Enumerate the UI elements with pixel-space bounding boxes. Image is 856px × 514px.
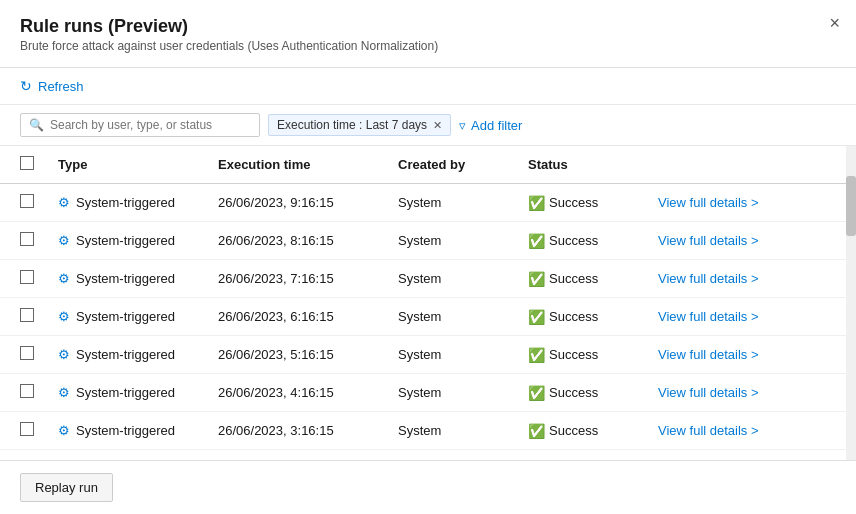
toolbar: ↻ Refresh [0,68,856,105]
row-created-by: System [382,374,512,412]
row-checkbox-cell [0,412,42,450]
row-checkbox-cell [0,222,42,260]
row-type: System-triggered [76,233,175,248]
dialog: Rule runs (Preview) Brute force attack a… [0,0,856,514]
success-icon: ✅ [528,423,545,439]
row-created-by: System [382,298,512,336]
row-action-cell: View full details > [642,298,856,336]
filter-tag-label: Execution time : Last 7 days [277,118,427,132]
gear-icon: ⚙ [58,233,70,248]
row-status: ✅ Success [512,260,642,298]
row-checkbox-1[interactable] [20,232,34,246]
refresh-button[interactable]: ↻ Refresh [20,78,84,94]
dialog-header: Rule runs (Preview) Brute force attack a… [0,0,856,68]
view-full-details-link[interactable]: View full details > [658,385,759,400]
table-row: ⚙ System-triggered 26/06/2023, 5:16:15 S… [0,336,856,374]
header-checkbox[interactable] [20,156,34,170]
row-type: System-triggered [76,423,175,438]
search-icon: 🔍 [29,118,44,132]
row-type-cell: ⚙ System-triggered [42,184,202,222]
table-row: ⚙ System-triggered 26/06/2023, 6:16:15 S… [0,298,856,336]
row-created-by: System [382,222,512,260]
add-filter-button[interactable]: ▿ Add filter [459,118,522,133]
row-execution-time: 26/06/2023, 8:16:15 [202,222,382,260]
runs-table: Type Execution time Created by Status ⚙ … [0,146,856,450]
status-label: Success [549,347,598,362]
close-button[interactable]: × [829,14,840,32]
filter-tag-close-icon[interactable]: ✕ [433,119,442,132]
scrollbar-thumb[interactable] [846,176,856,236]
table-row: ⚙ System-triggered 26/06/2023, 4:16:15 S… [0,374,856,412]
row-execution-time: 26/06/2023, 7:16:15 [202,260,382,298]
row-checkbox-4[interactable] [20,346,34,360]
view-full-details-link[interactable]: View full details > [658,271,759,286]
success-icon: ✅ [528,271,545,287]
row-checkbox-cell [0,298,42,336]
success-icon: ✅ [528,385,545,401]
row-type: System-triggered [76,385,175,400]
row-execution-time: 26/06/2023, 5:16:15 [202,336,382,374]
row-type-cell: ⚙ System-triggered [42,298,202,336]
filter-bar: 🔍 Execution time : Last 7 days ✕ ▿ Add f… [0,105,856,146]
success-icon: ✅ [528,347,545,363]
view-full-details-link[interactable]: View full details > [658,309,759,324]
table-row: ⚙ System-triggered 26/06/2023, 9:16:15 S… [0,184,856,222]
row-action-cell: View full details > [642,374,856,412]
row-status: ✅ Success [512,222,642,260]
row-checkbox-0[interactable] [20,194,34,208]
footer: Replay run [0,460,856,514]
row-type: System-triggered [76,347,175,362]
row-checkbox-3[interactable] [20,308,34,322]
col-header-execution-time: Execution time [202,146,382,184]
row-status: ✅ Success [512,336,642,374]
status-label: Success [549,385,598,400]
table-container: Type Execution time Created by Status ⚙ … [0,146,856,460]
row-status: ✅ Success [512,298,642,336]
active-filter-tag: Execution time : Last 7 days ✕ [268,114,451,136]
row-execution-time: 26/06/2023, 9:16:15 [202,184,382,222]
row-checkbox-5[interactable] [20,384,34,398]
refresh-icon: ↻ [20,78,32,94]
replay-run-button[interactable]: Replay run [20,473,113,502]
row-type: System-triggered [76,271,175,286]
gear-icon: ⚙ [58,347,70,362]
status-label: Success [549,423,598,438]
row-checkbox-cell [0,184,42,222]
status-label: Success [549,309,598,324]
table-row: ⚙ System-triggered 26/06/2023, 7:16:15 S… [0,260,856,298]
row-type-cell: ⚙ System-triggered [42,260,202,298]
status-label: Success [549,195,598,210]
row-type: System-triggered [76,309,175,324]
status-label: Success [549,271,598,286]
scrollbar-track [846,146,856,460]
dialog-subtitle: Brute force attack against user credenti… [20,39,836,53]
success-icon: ✅ [528,233,545,249]
row-created-by: System [382,184,512,222]
add-filter-label: Add filter [471,118,522,133]
table-row: ⚙ System-triggered 26/06/2023, 8:16:15 S… [0,222,856,260]
row-checkbox-cell [0,336,42,374]
success-icon: ✅ [528,309,545,325]
gear-icon: ⚙ [58,423,70,438]
row-status: ✅ Success [512,412,642,450]
gear-icon: ⚙ [58,385,70,400]
status-label: Success [549,233,598,248]
view-full-details-link[interactable]: View full details > [658,195,759,210]
view-full-details-link[interactable]: View full details > [658,347,759,362]
row-created-by: System [382,260,512,298]
table-header-row: Type Execution time Created by Status [0,146,856,184]
row-type: System-triggered [76,195,175,210]
gear-icon: ⚙ [58,195,70,210]
row-action-cell: View full details > [642,184,856,222]
row-action-cell: View full details > [642,222,856,260]
gear-icon: ⚙ [58,309,70,324]
row-checkbox-2[interactable] [20,270,34,284]
row-created-by: System [382,336,512,374]
search-input[interactable] [50,118,251,132]
filter-icon: ▿ [459,118,466,133]
row-checkbox-6[interactable] [20,422,34,436]
view-full-details-link[interactable]: View full details > [658,233,759,248]
col-header-status: Status [512,146,642,184]
col-checkbox [0,146,42,184]
view-full-details-link[interactable]: View full details > [658,423,759,438]
